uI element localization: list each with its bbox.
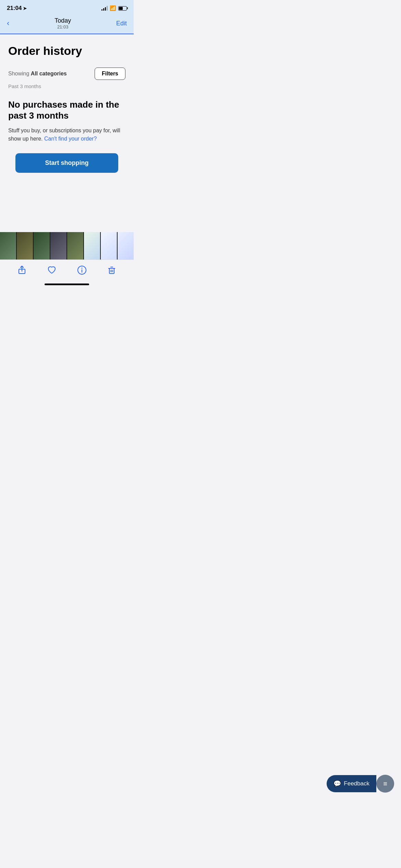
nav-subtitle: 21:03 bbox=[54, 24, 71, 29]
wifi-icon: 📶 bbox=[110, 5, 116, 11]
time-range: Past 3 months bbox=[8, 83, 125, 89]
location-icon: ➤ bbox=[23, 6, 27, 11]
status-icons: 📶 bbox=[101, 5, 127, 11]
nav-title: Today bbox=[54, 17, 71, 24]
thumbnail-7[interactable] bbox=[101, 232, 117, 260]
cant-find-link[interactable]: Can't find your order? bbox=[44, 136, 97, 142]
empty-description: Stuff you buy, or subscriptions you pay … bbox=[8, 126, 125, 143]
time-display: 21:04 bbox=[7, 5, 22, 12]
info-button[interactable] bbox=[77, 265, 87, 277]
main-content: Order history Showing All categories Fil… bbox=[0, 34, 134, 180]
thumbnail-5[interactable] bbox=[67, 232, 83, 260]
delete-button[interactable] bbox=[107, 265, 117, 277]
thumbnail-2[interactable] bbox=[17, 232, 33, 260]
showing-text: Showing All categories bbox=[8, 71, 67, 77]
home-indicator bbox=[0, 281, 134, 289]
empty-state: No purchases made in the past 3 months S… bbox=[8, 99, 125, 172]
nav-bar: ‹ Today 21:03 Edit bbox=[0, 14, 134, 34]
favorite-button[interactable] bbox=[47, 265, 57, 277]
back-button[interactable]: ‹ bbox=[7, 19, 9, 28]
page-title: Order history bbox=[8, 45, 125, 57]
page-layout: 21:04 ➤ 📶 ‹ Today 21:03 Edit Order histo… bbox=[0, 0, 134, 289]
edit-button[interactable]: Edit bbox=[116, 20, 127, 27]
thumbnail-1[interactable] bbox=[0, 232, 16, 260]
filter-row: Showing All categories Filters bbox=[8, 68, 125, 80]
bottom-toolbar bbox=[0, 260, 134, 281]
status-time: 21:04 ➤ bbox=[7, 5, 27, 12]
thumbnail-8[interactable] bbox=[118, 232, 134, 260]
filters-button[interactable]: Filters bbox=[95, 68, 125, 80]
share-button[interactable] bbox=[17, 265, 27, 277]
showing-prefix: Showing bbox=[8, 71, 31, 76]
showing-category: All categories bbox=[31, 71, 67, 76]
content-area: Order history Showing All categories Fil… bbox=[0, 34, 134, 232]
battery-icon bbox=[118, 6, 127, 11]
empty-title: No purchases made in the past 3 months bbox=[8, 99, 125, 121]
signal-bars bbox=[101, 6, 108, 11]
thumbnail-3[interactable] bbox=[34, 232, 50, 260]
home-bar bbox=[45, 284, 89, 285]
thumbnail-6[interactable] bbox=[84, 232, 100, 260]
start-shopping-button[interactable]: Start shopping bbox=[15, 153, 118, 173]
thumbnail-4[interactable] bbox=[50, 232, 66, 260]
thumbnail-strip bbox=[0, 232, 134, 260]
nav-title-area: Today 21:03 bbox=[54, 17, 71, 29]
svg-point-4 bbox=[81, 268, 82, 269]
status-bar: 21:04 ➤ 📶 bbox=[0, 0, 134, 14]
